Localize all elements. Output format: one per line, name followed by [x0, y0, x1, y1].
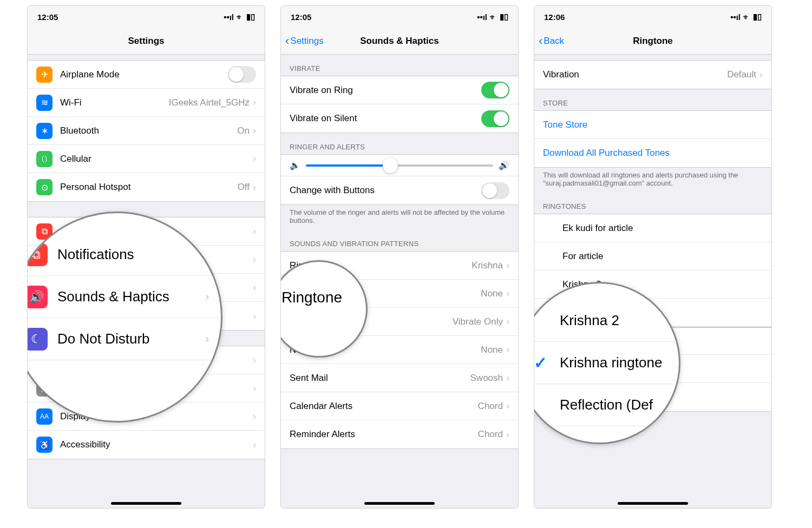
chevron-left-icon: ‹	[285, 35, 289, 47]
section-ringtones: RINGTONES	[534, 193, 771, 214]
settings-row-label: Personal Hotspot	[60, 182, 238, 193]
nav-title: Ringtone	[633, 36, 673, 47]
battery-icon: ▮▯	[500, 12, 508, 22]
settings-row-detail: On	[237, 126, 250, 136]
sound-row-detail: Chord	[478, 429, 503, 440]
settings-row[interactable]: ⟮⟯Cellular›	[28, 145, 265, 173]
chevron-right-icon: ›	[759, 69, 763, 81]
chevron-right-icon: ›	[506, 372, 509, 384]
ringtone-row[interactable]: Ek kudi for article	[534, 214, 771, 242]
status-bar: 12:05 ••ıl ᯤ ▮▯	[281, 6, 518, 28]
sound-row-detail: Chord	[478, 401, 503, 412]
section-sounds-patterns: SOUNDS AND VIBRATION PATTERNS	[281, 230, 518, 251]
home-indicator[interactable]	[618, 502, 688, 505]
magnifier-row-icon: 🔊	[27, 286, 48, 308]
row-change-with-buttons[interactable]: Change with Buttons	[281, 176, 518, 204]
sound-row-label: Sent Mail	[290, 373, 470, 384]
status-icons: ••ıl ᯤ ▮▯	[730, 12, 762, 22]
toggle-vibrate-silent[interactable]	[481, 110, 509, 127]
toggle[interactable]	[228, 66, 256, 83]
toggle-change-buttons[interactable]	[481, 182, 509, 199]
settings-row[interactable]: ∗BluetoothOn›	[28, 117, 265, 145]
back-button[interactable]: ‹ Settings	[285, 35, 324, 47]
checkmark-icon: ✓	[534, 353, 555, 372]
back-label: Settings	[290, 36, 323, 47]
chevron-right-icon: ›	[253, 182, 256, 193]
settings-row[interactable]: ⊙Personal HotspotOff›	[28, 173, 265, 201]
chevron-right-icon: ›	[253, 354, 256, 366]
phone-settings: 12:05 ••ıl ᯤ ▮▯ Settings ✈Airplane Mode≋…	[27, 5, 265, 509]
settings-row-label: Cellular	[60, 154, 253, 164]
chevron-left-icon: ‹	[539, 35, 542, 47]
chevron-right-icon: ›	[506, 400, 509, 412]
ringtone-row[interactable]: For article	[534, 242, 771, 270]
ringtone-row-label: For article	[562, 251, 763, 262]
toggle-vibrate-ring[interactable]	[481, 82, 509, 98]
settings-row[interactable]: ♿Accessibility›	[28, 431, 265, 459]
row-tone-store[interactable]: Tone Store	[534, 111, 771, 139]
home-indicator[interactable]	[364, 502, 435, 505]
sound-row[interactable]: Calendar AlertsChord›	[281, 392, 518, 420]
settings-row[interactable]: ✈Airplane Mode	[28, 61, 265, 89]
settings-row-icon: ⊙	[36, 179, 53, 195]
row-vibration[interactable]: Vibration Default ›	[534, 61, 771, 89]
back-button[interactable]: ‹ Back	[539, 35, 564, 47]
volume-high-icon: 🔊	[499, 160, 509, 170]
magnifier-row-label: Reflection (Def	[560, 397, 653, 413]
section-ringer: RINGER AND ALERTS	[281, 133, 518, 154]
settings-row-label: Airplane Mode	[60, 69, 228, 80]
sound-row-detail: Krishna	[472, 260, 503, 271]
status-bar: 12:05 ••ıl ᯤ ▮▯	[28, 6, 265, 28]
battery-icon: ▮▯	[753, 12, 762, 22]
magnifier-row-label: Do Not Disturb	[57, 331, 150, 347]
row-vibrate-on-silent[interactable]: Vibrate on Silent	[281, 104, 518, 133]
row-vibrate-on-ring[interactable]: Vibrate on Ring	[281, 76, 518, 104]
nav-title: Settings	[128, 36, 164, 47]
volume-low-icon: 🔈	[290, 160, 300, 170]
wifi-icon: ᯤ	[489, 12, 497, 22]
wifi-icon: ᯤ	[743, 12, 751, 22]
settings-row-label: Wi-Fi	[60, 97, 169, 108]
magnifier-row: ✓Krishna ringtone	[534, 342, 679, 384]
sound-row[interactable]: Reminder AlertsChord›	[281, 420, 518, 448]
magnifier-row: ☾Do Not Disturb›	[27, 318, 221, 360]
chevron-right-icon: ›	[253, 282, 256, 293]
back-label: Back	[543, 36, 564, 47]
settings-row-detail: Off	[238, 182, 250, 193]
sound-row[interactable]: Sent MailSwoosh›	[281, 364, 518, 392]
chevron-right-icon: ›	[253, 382, 256, 394]
ringer-volume-slider[interactable]: 🔈 🔊	[281, 155, 518, 176]
slider-track[interactable]	[306, 164, 493, 167]
chevron-right-icon: ›	[506, 429, 509, 440]
magnifier-row-label: Notifications	[57, 246, 134, 263]
magnifier-row-label: Krishna 2	[560, 312, 619, 329]
nav-title: Sounds & Haptics	[360, 36, 438, 47]
row-download-tones[interactable]: Download All Purchased Tones	[534, 139, 771, 167]
home-indicator[interactable]	[111, 502, 181, 505]
magnifier-row-label: Sounds & Haptics	[57, 288, 169, 305]
status-icons: ••ıl ᯤ ▮▯	[477, 12, 508, 22]
nav-bar: ‹ Settings Sounds & Haptics	[281, 28, 518, 55]
settings-row[interactable]: ≋Wi-FiIGeeks Airtel_5GHz›	[28, 89, 265, 117]
store-note: This will download all ringtones and ale…	[534, 168, 771, 193]
chevron-right-icon: ›	[253, 226, 256, 237]
sound-row-label: Calendar Alerts	[290, 401, 478, 412]
chevron-right-icon: ›	[253, 254, 256, 265]
section-vibrate: VIBRATE	[281, 55, 518, 76]
signal-icon: ••ıl	[477, 12, 487, 22]
settings-row-label: Bluetooth	[60, 126, 237, 136]
nav-bar: ‹ Back Ringtone	[534, 28, 771, 55]
section-store: STORE	[534, 89, 771, 110]
sound-row-detail: None	[481, 345, 503, 355]
ringtone-list[interactable]: Vibration Default › STORE Tone Store Dow…	[534, 55, 771, 508]
chevron-right-icon: ›	[253, 439, 256, 451]
ringtone-row-label: Ek kudi for article	[562, 223, 763, 234]
status-bar: 12:06 ••ıl ᯤ ▮▯	[534, 6, 771, 28]
magnifier-row: Krishna 2	[534, 300, 679, 342]
signal-icon: ••ıl	[730, 12, 741, 22]
chevron-right-icon: ›	[205, 290, 209, 304]
magnifier-row-icon: ☾	[27, 328, 48, 351]
chevron-right-icon: ›	[253, 311, 256, 322]
settings-row-icon: ♿	[36, 437, 53, 453]
status-time: 12:06	[544, 12, 565, 22]
